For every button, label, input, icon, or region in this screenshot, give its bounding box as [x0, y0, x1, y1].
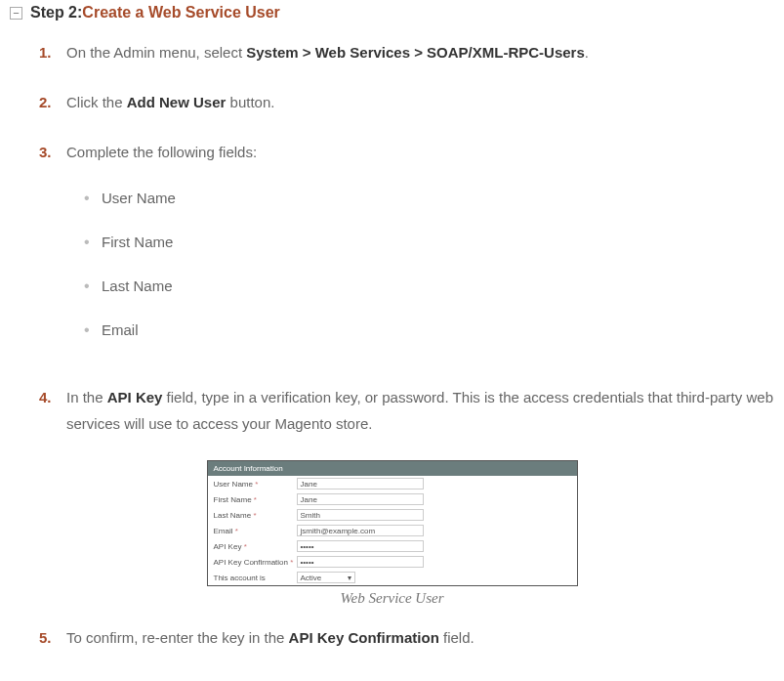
bold-text: System > Web Services > SOAP/XML-RPC-Use… [246, 44, 585, 61]
bold-text: API Key Confirmation [289, 629, 439, 646]
form-label: This account is [214, 574, 266, 582]
bold-text: API Key [107, 389, 163, 405]
form-label: User Name [214, 480, 253, 489]
form-input[interactable]: Jane [297, 493, 424, 505]
form-row: Email *jsmith@example.com [208, 523, 577, 538]
form-header: Account Information [208, 461, 577, 476]
form-label: Email [214, 527, 233, 535]
form-input[interactable]: ••••• [297, 556, 424, 568]
text: field. [439, 629, 475, 646]
fields-list: User Name First Name Last Name Email [84, 185, 774, 343]
field-item: First Name [84, 229, 774, 255]
step-label: Step 2: [30, 4, 82, 21]
step-4: 4. In the API Key field, type in a verif… [39, 384, 774, 437]
text: . [585, 44, 589, 61]
form-screenshot: Account Information User Name *Jane Firs… [207, 460, 578, 586]
required-icon: * [255, 480, 258, 489]
text: field, type in a verification key, or pa… [66, 389, 773, 432]
figure-caption: Web Service User [10, 590, 774, 607]
form-label: API Key Confirmation [214, 558, 288, 567]
step-body: To confirm, re-enter the key in the API … [66, 624, 774, 651]
step-number: 6. [39, 674, 66, 681]
step-number: 3. [39, 139, 66, 361]
text: Click the [66, 94, 127, 110]
steps-list-continued: 5. To confirm, re-enter the key in the A… [39, 624, 774, 681]
step-body: In the panel on the left, select User Ro… [66, 674, 774, 681]
step-5: 5. To confirm, re-enter the key in the A… [39, 624, 774, 651]
step-3: 3. Complete the following fields: User N… [39, 139, 774, 361]
field-item: Email [84, 317, 774, 343]
select-value: Active [301, 574, 322, 582]
field-item: Last Name [84, 273, 774, 299]
form-row: This account isActive▾ [208, 570, 577, 585]
form-row: User Name *Jane [208, 476, 577, 491]
step-1: 1. On the Admin menu, select System > We… [39, 39, 774, 65]
form-input[interactable]: jsmith@example.com [297, 525, 424, 536]
chevron-down-icon: ▾ [348, 574, 351, 582]
step-header: − Step 2: Create a Web Service User [10, 4, 774, 21]
text: button. [226, 94, 274, 110]
form-label: First Name [214, 495, 252, 504]
bold-text: Add New User [127, 94, 227, 110]
step-body: Click the Add New User button. [66, 89, 774, 115]
collapse-icon[interactable]: − [10, 7, 22, 20]
form-row: API Key Confirmation *••••• [208, 554, 577, 570]
form-input[interactable]: ••••• [297, 540, 424, 552]
form-label: Last Name [214, 511, 252, 520]
step-title: Create a Web Service User [82, 4, 279, 21]
text: To confirm, re-enter the key in the [66, 629, 289, 646]
required-icon: * [235, 527, 238, 535]
form-row: First Name *Jane [208, 491, 577, 507]
form-label: API Key [214, 542, 242, 551]
form-input[interactable]: Jane [297, 478, 424, 489]
step-body: On the Admin menu, select System > Web S… [66, 39, 774, 65]
required-icon: * [290, 558, 293, 567]
step-number: 4. [39, 384, 66, 437]
steps-list: 1. On the Admin menu, select System > We… [39, 39, 774, 437]
form-row: API Key *••••• [208, 538, 577, 554]
required-icon: * [253, 511, 256, 520]
field-item: User Name [84, 185, 774, 211]
step-6: 6. In the panel on the left, select User… [39, 674, 774, 681]
text: Complete the following fields: [66, 144, 257, 160]
required-icon: * [254, 495, 257, 504]
step-number: 1. [39, 39, 66, 65]
figure-container: Account Information User Name *Jane Firs… [10, 460, 774, 607]
step-number: 2. [39, 89, 66, 115]
step-body: Complete the following fields: User Name… [66, 139, 774, 361]
step-body: In the API Key field, type in a verifica… [66, 384, 774, 437]
text: In the [66, 389, 107, 405]
form-input[interactable]: Smith [297, 509, 424, 521]
step-number: 5. [39, 624, 66, 651]
text: On the Admin menu, select [66, 44, 246, 61]
step-2: 2. Click the Add New User button. [39, 89, 774, 115]
required-icon: * [244, 542, 247, 551]
form-row: Last Name *Smith [208, 507, 577, 523]
form-select[interactable]: Active▾ [297, 572, 355, 583]
